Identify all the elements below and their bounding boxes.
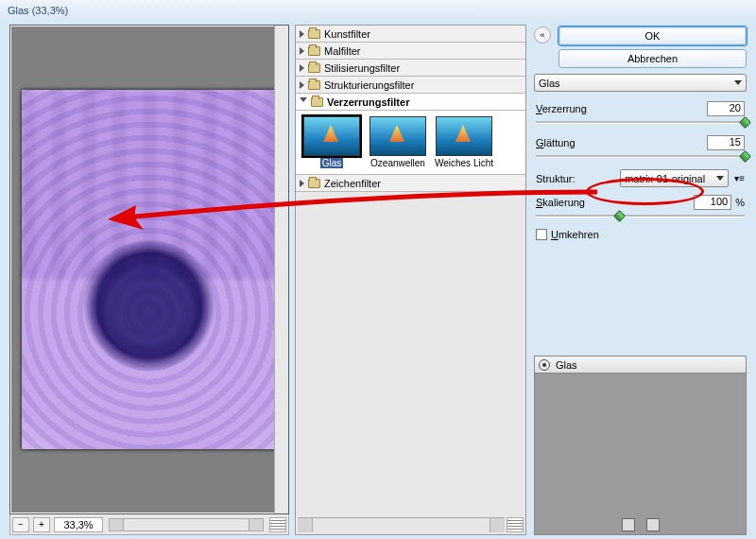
preview-panel: − + 33,3% xyxy=(0,21,293,539)
triangle-icon xyxy=(300,81,304,89)
categories-hscroll[interactable] xyxy=(298,517,505,532)
thumb-image xyxy=(369,116,426,156)
filter-categories-panel: Kunstfilter Malfilter Stilisierungsfilte… xyxy=(295,25,526,535)
thumb-glas[interactable]: Glas xyxy=(301,116,362,168)
window-title: Glas (33,3%) xyxy=(0,0,756,21)
filter-select[interactable]: Glas xyxy=(534,74,747,92)
folder-icon xyxy=(311,97,323,107)
umkehren-label: Umkehren xyxy=(551,229,599,240)
effect-layers: Glas xyxy=(534,356,747,535)
category-kunstfilter[interactable]: Kunstfilter xyxy=(296,26,525,43)
filter-thumbnails: Glas Ozeanwellen Weiches Licht xyxy=(296,111,525,175)
triangle-icon xyxy=(300,30,304,38)
filter-select-value: Glas xyxy=(539,78,560,89)
layer-name: Glas xyxy=(556,359,577,371)
triangle-icon xyxy=(300,64,304,72)
category-label: Zeichenfilter xyxy=(324,178,381,189)
triangle-icon xyxy=(300,97,307,106)
preview-vscroll[interactable] xyxy=(274,26,288,513)
chevron-down-icon xyxy=(734,80,742,85)
preview-hscroll[interactable] xyxy=(109,518,264,531)
triangle-icon xyxy=(300,47,304,55)
category-stilisierungsfilter[interactable]: Stilisierungsfilter xyxy=(296,60,525,77)
zoom-in-button[interactable]: + xyxy=(33,517,50,532)
thumb-image xyxy=(436,116,492,156)
triangle-icon xyxy=(300,180,304,187)
verzerrung-label: Verzerrung xyxy=(536,103,587,114)
settings-panel: « OK Abbrechen Glas Verzerrung 20 Glättu… xyxy=(528,21,756,539)
preview-grid-icon[interactable] xyxy=(269,517,286,532)
preview-image xyxy=(22,90,277,449)
umkehren-checkbox[interactable] xyxy=(536,229,547,240)
folder-icon xyxy=(308,179,320,188)
skalierung-label: Skalierung xyxy=(536,197,585,208)
category-label: Stilisierungsfilter xyxy=(324,62,400,74)
skalierung-suffix: % xyxy=(735,197,745,208)
preview-toolbar: − + 33,3% xyxy=(9,514,289,535)
layer-row[interactable]: Glas xyxy=(535,356,746,374)
zoom-level[interactable]: 33,3% xyxy=(54,517,103,532)
thumb-caption: Ozeanwellen xyxy=(370,158,425,168)
eye-icon[interactable] xyxy=(539,359,550,371)
workspace: − + 33,3% Kunstfilter Malfilter Stilisie… xyxy=(0,21,756,539)
struktur-label: Struktur: xyxy=(536,173,576,184)
chevron-down-icon xyxy=(716,176,724,181)
new-layer-icon[interactable] xyxy=(622,518,635,531)
skalierung-input[interactable]: 100 xyxy=(694,195,731,210)
struktur-menu-icon[interactable]: ▾≡ xyxy=(734,173,745,183)
glaettung-slider[interactable] xyxy=(536,154,745,160)
cancel-button[interactable]: Abbrechen xyxy=(558,49,747,68)
verzerrung-slider[interactable] xyxy=(536,120,745,126)
trash-icon[interactable] xyxy=(646,518,660,531)
struktur-select[interactable]: matrix-01-original xyxy=(620,169,729,187)
folder-icon xyxy=(308,29,320,39)
folder-icon xyxy=(308,46,320,56)
preview-frame xyxy=(9,25,289,514)
thumb-image xyxy=(303,116,360,156)
folder-icon xyxy=(308,80,320,90)
struktur-value: matrix-01-original xyxy=(625,173,705,184)
thumb-ozeanwellen[interactable]: Ozeanwellen xyxy=(368,116,428,168)
zoom-out-button[interactable]: − xyxy=(12,517,29,532)
category-label: Verzerrungsfilter xyxy=(327,96,409,108)
category-verzerrungsfilter[interactable]: Verzerrungsfilter xyxy=(296,94,525,111)
skalierung-slider[interactable] xyxy=(536,214,745,219)
glaettung-label: Glättung xyxy=(536,137,576,148)
thumb-caption: Glas xyxy=(320,158,344,168)
folder-icon xyxy=(308,63,320,73)
categories-grid-icon[interactable] xyxy=(507,517,524,532)
category-strukturierungsfilter[interactable]: Strukturierungsfilter xyxy=(296,77,525,94)
category-label: Strukturierungsfilter xyxy=(324,79,414,91)
collapse-icon[interactable]: « xyxy=(534,26,551,43)
glaettung-input[interactable]: 15 xyxy=(707,135,745,150)
category-label: Malfilter xyxy=(324,45,361,57)
thumb-caption: Weiches Licht xyxy=(435,158,493,168)
category-malfilter[interactable]: Malfilter xyxy=(296,43,525,60)
layers-footer xyxy=(535,515,746,534)
category-zeichenfilter[interactable]: Zeichenfilter xyxy=(296,175,525,192)
ok-button[interactable]: OK xyxy=(558,26,747,45)
verzerrung-input[interactable]: 20 xyxy=(707,101,745,116)
category-label: Kunstfilter xyxy=(324,28,370,40)
thumb-weiches-licht[interactable]: Weiches Licht xyxy=(434,116,494,168)
